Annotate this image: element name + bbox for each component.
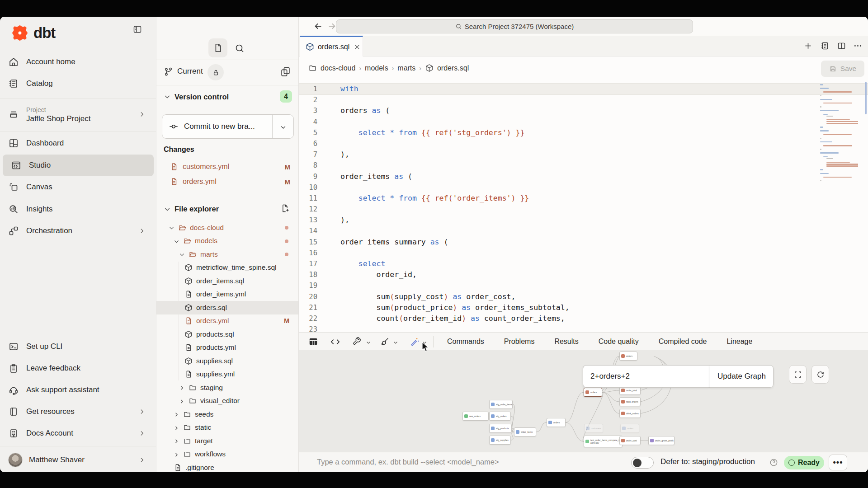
tree-item-products-yml[interactable]: products.yml (156, 341, 298, 355)
sidebar-item-orchestration[interactable]: Orchestration (0, 220, 156, 242)
defer-toggle[interactable] (631, 457, 654, 469)
tree-item-visual-editor[interactable]: visual_editor (156, 394, 298, 408)
tree-item-metricflow-time-spine-sql[interactable]: metricflow_time_spine.sql (156, 261, 298, 275)
chevron-right-icon[interactable] (174, 451, 179, 457)
changed-file-customers-yml[interactable]: customers.ymlM (156, 160, 298, 174)
chevron-down-icon[interactable] (174, 238, 179, 244)
chevron-right-icon[interactable] (174, 438, 179, 444)
file-explorer-chevron-icon[interactable] (164, 206, 171, 213)
breadcrumb-item[interactable]: orders.sql (437, 64, 469, 72)
tab-problems[interactable]: Problems (504, 333, 535, 351)
clean-broom-icon[interactable] (380, 337, 390, 346)
sidebar-item-canvas[interactable]: Canvas (0, 176, 156, 198)
tab-options-ellipsis-icon[interactable] (853, 41, 863, 51)
sidebar-item-catalog[interactable]: Catalog (0, 73, 156, 94)
copy-files-icon[interactable] (280, 66, 291, 77)
breadcrumb-item[interactable]: marts (397, 64, 415, 72)
current-branch-row[interactable]: Current (156, 60, 298, 85)
tab-commands[interactable]: Commands (447, 333, 484, 351)
chevron-right-icon[interactable] (179, 398, 185, 404)
sidebar-item-ask-support-assistant[interactable]: Ask support assistant (0, 379, 156, 401)
refresh-button[interactable] (811, 365, 829, 384)
tab-compiled-code[interactable]: Compiled code (659, 333, 707, 351)
lineage-node-order-cost[interactable]: order_cost (619, 436, 641, 445)
sidebar-item-insights[interactable]: Insights (0, 198, 156, 220)
tree-item-orders-sql[interactable]: orders.sql (156, 301, 298, 314)
changed-file-orders-yml[interactable]: orders.ymlM (156, 175, 298, 188)
tree-item-models[interactable]: models (156, 235, 298, 248)
tree-item-supplies-yml[interactable]: supplies.yml (156, 368, 298, 381)
code-editor[interactable]: 1with23orders as (45 select * from {{ re… (299, 80, 868, 332)
sidebar-item-get-resources[interactable]: Get resources (0, 401, 156, 422)
tree-item-static[interactable]: static (156, 421, 298, 435)
lineage-node-orders[interactable]: orders (584, 388, 602, 397)
lineage-node-test-order-items-compare-to-basic-correctly[interactable]: test_order_items_compare_to_basic correc… (584, 436, 623, 447)
sidebar-item-docs-account[interactable]: Docs Account (0, 422, 156, 444)
new-tab-icon[interactable] (803, 41, 813, 51)
commit-button[interactable]: Commit to new bra... (162, 114, 294, 139)
command-input[interactable]: Type a command, ex. dbt build --select <… (317, 458, 499, 466)
lineage-node-raw-orders[interactable]: raw_orders (462, 412, 489, 421)
version-control-chevron-icon[interactable] (164, 93, 171, 100)
tree-item-order-items-sql[interactable]: order_items.sql (156, 274, 298, 288)
tree-item-target[interactable]: target (156, 434, 298, 448)
tree-item-order-items-yml[interactable]: order_items.yml (156, 288, 298, 301)
tab-orders-sql[interactable]: orders.sql (300, 36, 363, 56)
status-more-button[interactable]: ••• (829, 455, 847, 470)
sidebar-item-studio[interactable]: Studio (3, 155, 154, 176)
sidebar-item-leave-feedback[interactable]: Leave feedback (0, 357, 156, 379)
fullscreen-button[interactable] (789, 365, 807, 384)
close-tab-icon[interactable] (354, 44, 360, 50)
files-view-button[interactable] (208, 38, 227, 57)
lineage-node-orders[interactable]: orders (547, 418, 566, 427)
back-arrow-icon[interactable] (313, 21, 323, 31)
sidebar-item-account-home[interactable]: Account home (0, 51, 156, 73)
tab-results[interactable]: Results (554, 333, 578, 351)
lineage-node-stg-products[interactable]: stg_products (489, 424, 512, 433)
chevron-right-icon[interactable] (179, 385, 185, 390)
lineage-node-orders[interactable]: orders (619, 352, 637, 361)
chevron-down-icon[interactable] (169, 225, 175, 230)
sidebar-item-set-up-cli[interactable]: Set up CLI (0, 336, 156, 357)
tree-item-gitignore[interactable]: .gitignore (156, 461, 298, 472)
sidebar-item-project[interactable]: ProjectJaffle Shop Project (0, 101, 156, 128)
sidebar-item-user[interactable]: Matthew Shaver (0, 449, 156, 471)
results-table-icon[interactable] (308, 337, 318, 347)
lineage-node-order-gross-profit[interactable]: order_gross_profit (648, 436, 675, 445)
lineage-node-stg-order-items[interactable]: stg_order_items (489, 400, 513, 409)
save-button[interactable]: Save (821, 61, 864, 77)
clean-dropdown-icon[interactable] (393, 340, 398, 345)
tree-item-marts[interactable]: marts (156, 248, 298, 261)
panel-search-icon[interactable] (234, 43, 245, 54)
lineage-selector-input[interactable]: 2+orders+2 (583, 365, 710, 388)
code-icon[interactable] (330, 337, 340, 347)
chevron-right-icon[interactable] (174, 411, 179, 417)
new-file-icon[interactable] (280, 204, 289, 213)
chevron-down-icon[interactable] (179, 251, 185, 257)
tab-code-quality[interactable]: Code quality (599, 333, 639, 351)
tab-lineage[interactable]: Lineage (726, 333, 752, 351)
update-graph-button[interactable]: Update Graph (710, 365, 774, 388)
magic-wand-icon[interactable] (410, 337, 420, 347)
tree-item-workflows[interactable]: workflows (156, 448, 298, 461)
tree-item-products-sql[interactable]: products.sql (156, 328, 298, 341)
project-search-input[interactable]: Search Project 372475 (Workspace) (336, 19, 693, 33)
lineage-node-food-orders[interactable]: food_orders (619, 397, 641, 406)
catalog-panel-icon[interactable] (820, 41, 830, 51)
split-pane-icon[interactable] (837, 41, 846, 51)
lineage-node-customers[interactable]: customers (584, 424, 603, 433)
editor-scrollbar[interactable] (865, 82, 867, 114)
lineage-node-orders[interactable]: orders (620, 424, 639, 433)
tree-item-orders-yml[interactable]: orders.ymlM (156, 314, 298, 328)
build-dropdown-icon[interactable] (366, 340, 371, 345)
lineage-node-stg-supplies[interactable]: stg_supplies (489, 436, 511, 445)
forward-arrow-icon[interactable] (327, 21, 337, 31)
commit-dropdown-icon[interactable] (280, 124, 287, 131)
tree-item-supplies-sql[interactable]: supplies.sql (156, 354, 298, 368)
tree-item-staging[interactable]: staging (156, 381, 298, 394)
breadcrumb-item[interactable]: docs-cloud (321, 64, 355, 72)
lineage-node-drink-orders[interactable]: drink_orders (619, 409, 641, 418)
breadcrumb-item[interactable]: models (365, 64, 388, 72)
sidebar-item-dashboard[interactable]: Dashboard (0, 132, 156, 154)
tree-item-docs-cloud[interactable]: docs-cloud (156, 221, 298, 235)
